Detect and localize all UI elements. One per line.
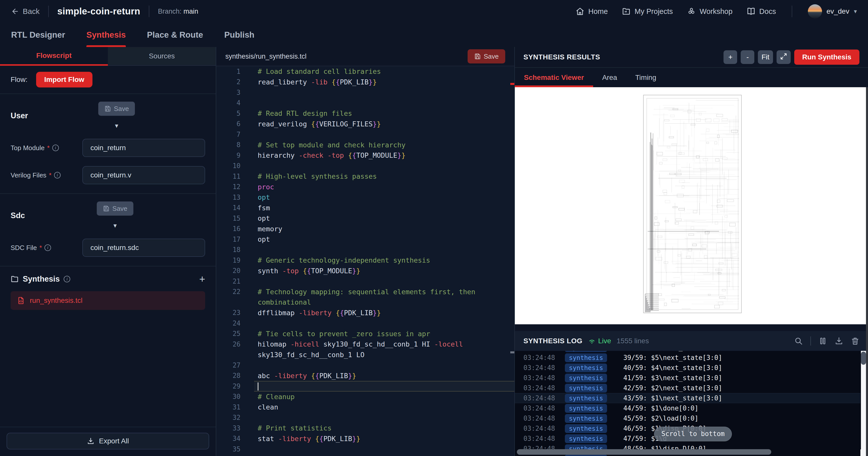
code-line[interactable]: 15opt [216, 213, 514, 224]
info-icon[interactable]: i [52, 145, 59, 151]
code-line[interactable]: 31clean [216, 402, 514, 412]
code-line[interactable]: 6read_verilog {{VERILOG_FILES}} [216, 119, 514, 130]
user-save-button[interactable]: Save [98, 102, 135, 116]
code-line[interactable]: 16memory [216, 224, 514, 234]
nav-my-projects[interactable]: My Projects [622, 7, 673, 16]
line-number: 13 [216, 194, 241, 201]
info-icon[interactable]: i [64, 276, 70, 282]
tab-schematic-viewer[interactable]: Schematic Viewer [515, 68, 593, 87]
code-line[interactable]: 4 [216, 98, 514, 109]
run-synthesis-button[interactable]: Run Synthesis [794, 50, 860, 65]
code-line[interactable]: 11# High-level synthesis passes [216, 171, 514, 182]
code-line[interactable]: 7 [216, 129, 514, 140]
code-line[interactable]: 5# Read RTL design files [216, 108, 514, 119]
log-scroll-area[interactable]: 03:24:48synthesis38/59: $6\next_state[3:… [515, 351, 868, 456]
code-line[interactable]: 29 [216, 381, 514, 392]
tab-flowscript[interactable]: Flowscript [0, 47, 108, 66]
verilog-files-input[interactable] [82, 166, 205, 184]
code-line[interactable]: 17opt [216, 234, 514, 245]
editor-save-button[interactable]: Save [468, 49, 505, 63]
nav-docs[interactable]: Docs [747, 7, 776, 16]
search-icon[interactable] [794, 337, 803, 345]
file-item-run-synthesis[interactable]: run_synthesis.tcl [10, 291, 205, 310]
code-line[interactable]: 22# Technology mapping: sequential eleme… [216, 287, 514, 297]
code-line[interactable]: 21 [216, 276, 514, 287]
zoom-out-button[interactable]: - [741, 50, 754, 64]
info-icon[interactable]: i [54, 172, 61, 178]
code-line[interactable]: 9hierarchy -check -top {{TOP_MODULE}} [216, 150, 514, 161]
code-line[interactable]: 26hilomap -hicell sky130_fd_sc_hd__conb_… [216, 339, 514, 349]
code-line[interactable]: 10 [216, 161, 514, 171]
import-flow-button[interactable]: Import Flow [36, 72, 92, 87]
info-icon[interactable]: i [44, 245, 51, 251]
code-line[interactable]: 3 [216, 87, 514, 98]
code-line[interactable]: 1# Load standard cell libraries [216, 66, 514, 77]
log-timestamp: 03:24:48 [523, 384, 561, 392]
schematic-canvas[interactable] [515, 87, 868, 324]
code-line[interactable]: 2read_liberty -lib {{PDK_LIB}} [216, 77, 514, 87]
code-editor[interactable]: 1# Load standard cell libraries2read_lib… [216, 66, 514, 456]
log-horizontal-scrollbar[interactable] [517, 449, 771, 455]
code-line[interactable]: 28abc -liberty {{PDK_LIB}} [216, 371, 514, 381]
nav-home[interactable]: Home [576, 7, 608, 16]
user-menu[interactable]: ev_dev ▾ [808, 4, 857, 19]
code-line[interactable]: 20synth -top {{TOP_MODULE}} [216, 266, 514, 276]
tab-sources[interactable]: Sources [108, 47, 216, 66]
tab-timing[interactable]: Timing [626, 68, 665, 87]
line-number: 21 [216, 278, 241, 285]
code-line[interactable]: 32 [216, 412, 514, 423]
expand-button[interactable] [777, 50, 791, 64]
top-module-input[interactable] [82, 139, 205, 157]
code-text: proc [258, 183, 274, 191]
code-line[interactable]: 18 [216, 245, 514, 255]
log-vertical-scrollbar-track[interactable] [861, 351, 866, 456]
pause-icon[interactable] [818, 337, 827, 345]
log-message: 43/59: $1\next_state[3:0] [623, 394, 722, 402]
code-line[interactable]: 25# Tie cells to prevent _zero issues in… [216, 329, 514, 339]
code-line[interactable]: 27 [216, 360, 514, 371]
log-source-badge: synthesis [565, 424, 607, 433]
trash-icon[interactable] [851, 337, 860, 345]
sdc-file-input[interactable] [82, 238, 205, 257]
collapse-sdc-chevron-icon[interactable]: ▾ [114, 222, 117, 229]
code-line[interactable]: 8# Set top module and check hierarchy [216, 140, 514, 150]
section-user: User Save ▾ Top Module*i Verilog Files*i [0, 94, 216, 194]
log-message: 38/59: $6\next_state[3:0] [623, 351, 722, 351]
sdc-save-button[interactable]: Save [97, 201, 133, 216]
tab-place-route[interactable]: Place & Route [147, 23, 203, 47]
nav-workshop[interactable]: Workshop [687, 7, 733, 16]
scroll-to-bottom-tooltip[interactable]: Scroll to bottom [654, 427, 732, 441]
code-line[interactable]: 34stat -liberty {{PDK_LIB}} [216, 433, 514, 444]
log-vertical-scrollbar-thumb[interactable] [861, 351, 866, 365]
tab-synthesis[interactable]: Synthesis [86, 23, 126, 47]
code-line[interactable]: 33# Print statistics [216, 423, 514, 433]
download-icon[interactable] [835, 337, 843, 345]
line-number: 20 [216, 267, 241, 275]
code-line[interactable]: 14fsm [216, 203, 514, 213]
log-timestamp: 03:24:48 [523, 351, 561, 351]
export-all-button[interactable]: Export All [6, 433, 209, 450]
line-number: 32 [216, 414, 241, 421]
code-line[interactable]: combinational [216, 297, 514, 308]
code-line[interactable]: sky130_fd_sc_hd__conb_1 LO [216, 349, 514, 360]
code-line[interactable]: 19# Generic technology-independent synth… [216, 255, 514, 266]
code-text: # Print statistics [258, 424, 332, 432]
add-file-button[interactable]: + [199, 274, 205, 284]
code-editor-panel: synthesis/run_synthesis.tcl Save 1# Load… [216, 47, 515, 456]
tab-area[interactable]: Area [593, 68, 626, 87]
code-text: stat -liberty {{PDK_LIB}} [258, 435, 360, 443]
code-line[interactable]: 24 [216, 318, 514, 329]
zoom-in-button[interactable]: + [723, 50, 737, 64]
tab-publish[interactable]: Publish [224, 23, 254, 47]
collapse-user-chevron-icon[interactable]: ▾ [115, 122, 118, 130]
code-line[interactable]: 23dfflibmap -liberty {{PDK_LIB}} [216, 308, 514, 318]
nav-home-label: Home [588, 7, 608, 16]
code-line[interactable]: 30# Cleanup [216, 392, 514, 402]
fit-button[interactable]: Fit [758, 50, 773, 64]
code-line[interactable]: 13opt [216, 192, 514, 203]
tab-rtl-designer[interactable]: RTL Designer [11, 23, 65, 47]
back-button[interactable]: Back [11, 7, 40, 16]
wifi-icon [588, 337, 596, 345]
code-line[interactable]: 12proc [216, 182, 514, 192]
code-line[interactable]: 35 [216, 444, 514, 455]
